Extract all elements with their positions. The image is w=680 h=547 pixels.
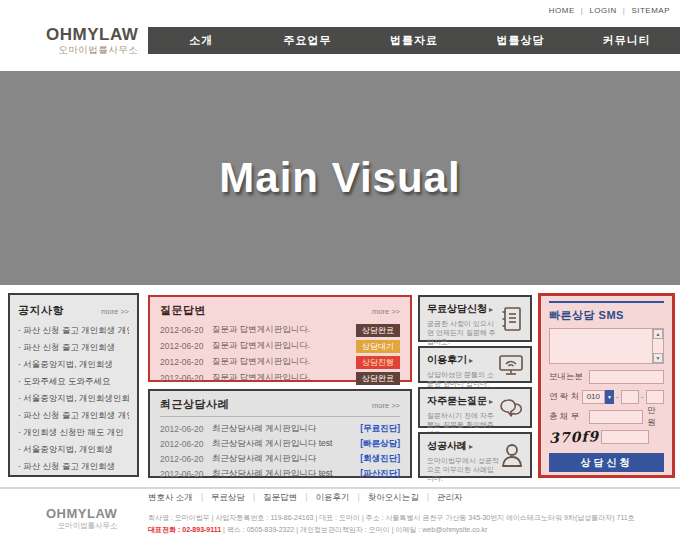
status-badge: 상담완료 bbox=[356, 372, 400, 385]
footer-divider bbox=[0, 487, 680, 489]
captcha-image: 370f9 bbox=[549, 428, 602, 446]
chevron-down-icon[interactable]: ▼ bbox=[605, 390, 614, 404]
list-item[interactable]: 서울중앙지법, 개인회생인회생.. bbox=[18, 390, 129, 407]
status-badge: 상담완료 bbox=[356, 324, 400, 337]
quicklink-faq[interactable]: 자주묻는질문▸ 질문하시기 전에 자주묻는 질문을 확인해주세요. bbox=[418, 387, 532, 428]
arrow-right-icon: ▸ bbox=[489, 397, 493, 406]
status-badge: 상담진행 bbox=[356, 356, 400, 369]
qna-panel: 질문답변 more >> 2012-06-20 질문과 답변게시판입니다. 상담… bbox=[148, 295, 412, 382]
monitor-icon bbox=[498, 353, 524, 377]
scroll-down-icon[interactable]: ▼ bbox=[653, 353, 663, 363]
nav-item-resources[interactable]: 법률자료 bbox=[361, 33, 467, 48]
sms-title: 빠른상담 SMS bbox=[549, 308, 664, 323]
quicklink-desc: 궁금한 사항이 있으시면 언제든지 질문해 주십시오. bbox=[427, 319, 499, 346]
quicklink-free-consult[interactable]: 무료상담신청▸ 궁금한 사항이 있으시면 언제든지 질문해 주십시오. bbox=[418, 295, 532, 342]
main-visual-banner: Main Visual bbox=[0, 71, 680, 285]
table-row[interactable]: 2012-06-20 질문과 답변게시판입니다. 상담완료 bbox=[160, 370, 400, 386]
nav-item-services[interactable]: 주요업무 bbox=[254, 33, 360, 48]
quicklink-desc: 오마이법무에서 성공적으로 마무리한 사례입니다. bbox=[427, 456, 499, 483]
quicklink-reviews[interactable]: 이용후기▸ 상담하셨던 분들의 소중한 한마디 입니다. bbox=[418, 346, 532, 383]
table-row[interactable]: 2012-06-20 질문과 답변게시판입니다. 상담진행 bbox=[160, 354, 400, 370]
quicklink-success-cases[interactable]: 성공사례▸ 오마이법무에서 성공적으로 마무리한 사례입니다. bbox=[418, 432, 532, 478]
recent-header: 최근상담사례 more >> bbox=[160, 397, 400, 417]
recent-cases-panel: 최근상담사례 more >> 2012-06-20 최근상담사례 게시판입니다 … bbox=[148, 389, 412, 478]
row-text: 질문과 답변게시판입니다. bbox=[212, 356, 356, 368]
sender-field[interactable] bbox=[589, 370, 664, 384]
notice-list: 파산 신청 줄고 개인회생 개인.. 파산 신청 줄고 개인회생 서울중앙지법,… bbox=[18, 322, 129, 475]
row-date: 2012-06-20 bbox=[160, 454, 212, 464]
footer-link-reviews[interactable]: 이용후기 bbox=[316, 492, 368, 502]
notice-title: 공지사항 bbox=[18, 303, 64, 318]
quicklink-desc: 상담하셨던 분들의 소중한 한마디 입니다. bbox=[427, 370, 499, 388]
row-date: 2012-06-20 bbox=[160, 373, 212, 383]
footer-link-directions[interactable]: 찾아오시는길 bbox=[368, 492, 437, 502]
list-item[interactable]: 도와주세요 도와주세요 bbox=[18, 373, 129, 390]
company-info-line1: 회사명 : 오마이법무 | 사업자등록번호 : 119-86-24163 | 대… bbox=[148, 512, 673, 524]
dash-separator: - bbox=[641, 392, 644, 401]
footer-company-info: 회사명 : 오마이법무 | 사업자등록번호 : 119-86-24163 | 대… bbox=[148, 512, 673, 536]
table-row[interactable]: 2012-06-20 최근상담사례 게시판입니다 test [파산진단] bbox=[160, 466, 400, 481]
category-tag: [빠른상담] bbox=[360, 438, 400, 450]
notice-panel: 공지사항 more >> 파산 신청 줄고 개인회생 개인.. 파산 신청 줄고… bbox=[8, 293, 139, 477]
nav-item-intro[interactable]: 소개 bbox=[148, 33, 254, 48]
debt-label: 총 채 무 bbox=[549, 411, 589, 423]
footer-link-qna[interactable]: 질문답변 bbox=[263, 492, 315, 502]
nav-item-consult[interactable]: 법률상담 bbox=[467, 33, 573, 48]
phone-prefix-select[interactable]: 010 bbox=[582, 390, 605, 404]
row-text: 최근상담사례 게시판입니다 test bbox=[212, 438, 360, 450]
sitemap-link[interactable]: SITEMAP bbox=[631, 6, 670, 15]
scrollbar[interactable]: ▲ ▼ bbox=[652, 329, 663, 363]
list-item[interactable]: 파산 신청 줄고 개인회생 개인.. bbox=[18, 322, 129, 339]
list-item[interactable]: 파산 신청 줄고 개인회생 bbox=[18, 339, 129, 356]
sender-row: 보내는분 bbox=[549, 369, 664, 384]
footer-links: 변호사 소개무료상담질문답변이용후기찾아오시는길관리자 bbox=[148, 492, 462, 504]
list-item[interactable]: 개인회생 신청만 해도 개인 bbox=[18, 424, 129, 441]
login-link[interactable]: LOGIN bbox=[589, 6, 631, 15]
table-row[interactable]: 2012-06-20 최근상담사례 게시판입니다 [회생진단] bbox=[160, 451, 400, 466]
page: HOMELOGINSITEMAP OHMYLAW 오마이법률사무소 소개 주요업… bbox=[0, 0, 680, 547]
qna-more-link[interactable]: more >> bbox=[372, 307, 400, 316]
sms-message-textarea[interactable]: ▲ ▼ bbox=[549, 328, 664, 364]
recent-rows: 2012-06-20 최근상담사례 게시판입니다 [무료진단] 2012-06-… bbox=[160, 421, 400, 481]
captcha-field[interactable] bbox=[601, 430, 649, 444]
logo-subtitle: 오마이법률사무소 bbox=[46, 44, 138, 57]
document-icon bbox=[500, 306, 524, 332]
table-row[interactable]: 2012-06-20 최근상담사례 게시판입니다 test [빠른상담] bbox=[160, 436, 400, 451]
chat-bubbles-icon bbox=[498, 396, 524, 420]
row-date: 2012-06-20 bbox=[160, 357, 212, 367]
footer-link-admin[interactable]: 관리자 bbox=[437, 492, 463, 502]
table-row[interactable]: 2012-06-20 최근상담사례 게시판입니다 [무료진단] bbox=[160, 421, 400, 436]
recent-title: 최근상담사례 bbox=[160, 397, 229, 412]
recent-more-link[interactable]: more >> bbox=[372, 401, 400, 410]
row-date: 2012-06-20 bbox=[160, 325, 212, 335]
scroll-up-icon[interactable]: ▲ bbox=[653, 329, 663, 339]
phone-last-field[interactable] bbox=[646, 390, 664, 404]
list-item[interactable]: 파산 신청 줄고 개인회생 bbox=[18, 458, 129, 475]
debt-field[interactable] bbox=[589, 410, 644, 424]
list-item[interactable]: 파산 신청 줄고 개인회생 개인.. bbox=[18, 407, 129, 424]
row-date: 2012-06-20 bbox=[160, 469, 212, 479]
person-icon bbox=[500, 442, 524, 468]
row-date: 2012-06-20 bbox=[160, 439, 212, 449]
list-item[interactable]: 서울중앙지법, 개인회생 bbox=[18, 356, 129, 373]
notice-header: 공지사항 more >> bbox=[18, 303, 129, 318]
utility-bar: HOMELOGINSITEMAP bbox=[549, 6, 670, 15]
company-info-line2-rest: | 팩스 : 0505-839-2322 | 개인정보관리책임자 : 오마이 |… bbox=[221, 526, 487, 533]
list-item[interactable]: 서울중앙지법, 개인회생 bbox=[18, 441, 129, 458]
notice-more-link[interactable]: more >> bbox=[101, 307, 129, 316]
debt-unit: 만원 bbox=[647, 405, 664, 429]
row-date: 2012-06-20 bbox=[160, 341, 212, 351]
footer-link-lawyers[interactable]: 변호사 소개 bbox=[148, 492, 211, 502]
table-row[interactable]: 2012-06-20 질문과 답변게시판입니다. 상담완료 bbox=[160, 322, 400, 338]
site-logo[interactable]: OHMYLAW 오마이법률사무소 bbox=[46, 26, 138, 57]
consult-submit-button[interactable]: 상담신청 bbox=[549, 453, 664, 472]
nav-item-community[interactable]: 커뮤니티 bbox=[574, 33, 680, 48]
table-row[interactable]: 2012-06-20 질문과 답변게시판입니다. 상담대기 bbox=[160, 338, 400, 354]
footer-link-free-consult[interactable]: 무료상담 bbox=[211, 492, 263, 502]
status-badge: 상담대기 bbox=[356, 340, 400, 353]
arrow-right-icon: ▸ bbox=[469, 356, 473, 365]
home-link[interactable]: HOME bbox=[549, 6, 590, 15]
phone-mid-field[interactable] bbox=[621, 390, 639, 404]
company-info-line2: 대표전화 : 02-893-9111 | 팩스 : 0505-839-2322 … bbox=[148, 524, 673, 536]
captcha-row: 370f9 bbox=[549, 428, 664, 446]
